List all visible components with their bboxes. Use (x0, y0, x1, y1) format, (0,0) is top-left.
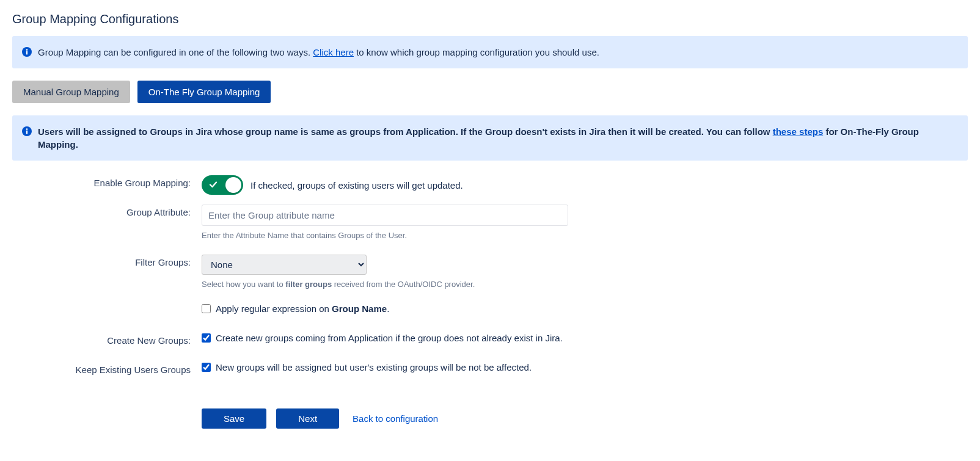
svg-rect-2 (26, 51, 27, 55)
filter-groups-helper: Select how you want to filter groups rec… (202, 280, 968, 289)
banner1-text-before: Group Mapping can be configured in one o… (38, 47, 313, 57)
back-to-configuration-link[interactable]: Back to configuration (349, 408, 442, 429)
button-row: Save Next Back to configuration (202, 408, 968, 429)
group-attribute-helper: Enter the Attribute Name that contains G… (202, 231, 968, 240)
enable-group-mapping-description: If checked, groups of existing users wil… (250, 180, 463, 191)
next-button[interactable]: Next (276, 408, 339, 429)
these-steps-link[interactable]: these steps (773, 126, 824, 137)
click-here-link[interactable]: Click here (313, 47, 354, 57)
group-attribute-label: Group Attribute: (12, 202, 202, 217)
enable-group-mapping-toggle[interactable]: If checked, groups of existing users wil… (202, 175, 463, 195)
keep-existing-row[interactable]: New groups will be assigned but user's e… (202, 362, 968, 372)
group-attribute-input[interactable] (202, 205, 568, 226)
filter-groups-label: Filter Groups: (12, 252, 202, 267)
svg-rect-5 (26, 131, 27, 134)
enable-group-mapping-label: Enable Group Mapping: (12, 173, 202, 188)
check-icon (208, 180, 218, 191)
create-new-groups-row[interactable]: Create new groups coming from Applicatio… (202, 333, 968, 343)
keep-existing-description: New groups will be assigned but user's e… (216, 362, 532, 372)
banner1-text-after: to know which group mapping configuratio… (354, 47, 599, 57)
info-banner-top: Group Mapping can be configured in one o… (12, 36, 968, 68)
regex-checkbox-row[interactable]: Apply regular expression on Group Name. (202, 303, 968, 314)
info-banner-tab-text: Users will be assigned to Groups in Jira… (38, 125, 958, 151)
tab-manual-group-mapping[interactable]: Manual Group Mapping (12, 81, 130, 103)
info-banner-text: Group Mapping can be configured in one o… (38, 46, 599, 59)
banner2-text-before: Users will be assigned to Groups in Jira… (38, 126, 773, 137)
form-section: Enable Group Mapping: If checked, groups… (12, 173, 968, 429)
create-new-groups-label: Create New Groups: (12, 330, 202, 346)
page-title: Group Mapping Configurations (12, 12, 968, 26)
info-icon (22, 126, 32, 136)
svg-point-4 (26, 128, 28, 130)
info-icon (22, 47, 32, 57)
tab-on-the-fly-group-mapping[interactable]: On-The Fly Group Mapping (137, 81, 271, 103)
regex-checkbox[interactable] (202, 304, 211, 313)
save-button[interactable]: Save (202, 408, 266, 429)
create-new-groups-checkbox[interactable] (202, 333, 211, 343)
create-new-groups-description: Create new groups coming from Applicatio… (216, 333, 563, 343)
filter-groups-select[interactable]: None (202, 255, 367, 275)
keep-existing-label: Keep Existing Users Groups (12, 360, 202, 375)
regex-text: Apply regular expression on Group Name. (216, 303, 389, 314)
svg-point-1 (26, 49, 28, 51)
tabs: Manual Group Mapping On-The Fly Group Ma… (12, 81, 968, 103)
keep-existing-checkbox[interactable] (202, 363, 211, 372)
info-banner-tab: Users will be assigned to Groups in Jira… (12, 115, 968, 161)
